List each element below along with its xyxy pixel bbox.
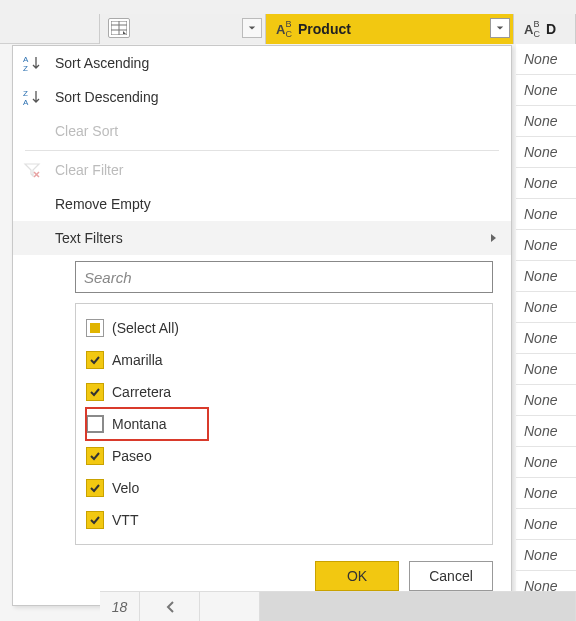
data-cell[interactable]: None — [516, 354, 576, 385]
checkbox-mixed-icon[interactable] — [86, 319, 104, 337]
filter-value-label: Amarilla — [112, 352, 163, 368]
menu-label: Sort Descending — [55, 89, 159, 105]
filter-value-item[interactable]: Velo — [86, 472, 482, 504]
menu-label: Text Filters — [55, 230, 123, 246]
checkbox-checked-icon[interactable] — [86, 479, 104, 497]
sort-ascending-item[interactable]: AZ Sort Ascending — [13, 46, 511, 80]
data-cell[interactable]: None — [516, 416, 576, 447]
filter-value-item[interactable]: Amarilla — [86, 344, 482, 376]
data-cell[interactable]: None — [516, 199, 576, 230]
footer-scrollbar[interactable] — [260, 592, 576, 621]
svg-text:Z: Z — [23, 64, 28, 72]
menu-label: Remove Empty — [55, 196, 151, 212]
svg-text:A: A — [23, 55, 29, 64]
data-cell[interactable]: None — [516, 540, 576, 571]
footer-row-number: 18 — [100, 592, 140, 621]
filter-popup: AZ Sort Ascending ZA Sort Descending Cle… — [12, 45, 512, 606]
text-filters-item[interactable]: Text Filters — [13, 221, 511, 255]
footer-scroll-left[interactable] — [140, 592, 200, 621]
column-dropdown-button[interactable] — [490, 18, 510, 38]
menu-label: Clear Sort — [55, 123, 118, 139]
filter-value-item[interactable]: VTT — [86, 504, 482, 536]
data-cell[interactable]: None — [516, 447, 576, 478]
checkbox-checked-icon[interactable] — [86, 511, 104, 529]
filter-value-label: Velo — [112, 480, 139, 496]
data-cell[interactable]: None — [516, 44, 576, 75]
filter-value-select-all[interactable]: (Select All) — [86, 312, 482, 344]
data-cell[interactable]: None — [516, 75, 576, 106]
filter-value-label: VTT — [112, 512, 138, 528]
data-cell[interactable]: None — [516, 478, 576, 509]
submenu-arrow-icon — [490, 230, 497, 246]
data-cell[interactable]: None — [516, 137, 576, 168]
data-cell[interactable]: None — [516, 230, 576, 261]
filter-value-item[interactable]: Paseo — [86, 440, 482, 472]
cancel-button[interactable]: Cancel — [409, 561, 493, 591]
sort-asc-icon: AZ — [23, 54, 55, 72]
data-cell[interactable]: None — [516, 509, 576, 540]
sort-desc-icon: ZA — [23, 88, 55, 106]
checkbox-checked-icon[interactable] — [86, 351, 104, 369]
menu-separator — [25, 150, 499, 151]
checkbox-checked-icon[interactable] — [86, 447, 104, 465]
data-cell[interactable]: None — [516, 323, 576, 354]
data-cell[interactable]: None — [516, 292, 576, 323]
clear-sort-item: Clear Sort — [13, 114, 511, 148]
menu-label: Clear Filter — [55, 162, 123, 178]
filter-value-item-highlighted[interactable]: Montana — [86, 408, 208, 440]
checkbox-unchecked-icon[interactable] — [86, 415, 104, 433]
clear-filter-item: Clear Filter — [13, 153, 511, 187]
filter-value-item[interactable]: Carretera — [86, 376, 482, 408]
data-cell[interactable]: None — [516, 261, 576, 292]
button-label: OK — [347, 568, 367, 584]
column-label: Product — [296, 21, 351, 37]
footer-spacer — [200, 592, 260, 621]
column-header-product[interactable]: ABC Product — [266, 14, 514, 44]
remove-empty-item[interactable]: Remove Empty — [13, 187, 511, 221]
filter-values-list: (Select All) Amarilla Carretera Montana … — [75, 303, 493, 545]
table-options-icon[interactable] — [108, 18, 130, 38]
button-label: Cancel — [429, 568, 473, 584]
filter-value-label: Montana — [112, 416, 166, 432]
svg-text:A: A — [23, 98, 29, 106]
data-cell[interactable]: None — [516, 106, 576, 137]
visible-data-column: None None None None None None None None … — [516, 44, 576, 621]
clear-filter-icon — [23, 161, 55, 179]
checkbox-checked-icon[interactable] — [86, 383, 104, 401]
filter-value-label: Carretera — [112, 384, 171, 400]
data-cell[interactable]: None — [516, 385, 576, 416]
filter-value-label: (Select All) — [112, 320, 179, 336]
text-type-icon: ABC — [520, 19, 544, 39]
ok-button[interactable]: OK — [315, 561, 399, 591]
rownum-header — [0, 14, 100, 44]
column-dropdown-button[interactable] — [242, 18, 262, 38]
filter-value-label: Paseo — [112, 448, 152, 464]
menu-label: Sort Ascending — [55, 55, 149, 71]
text-type-icon: ABC — [272, 19, 296, 39]
column-header-d[interactable]: ABC D — [514, 14, 576, 44]
svg-text:Z: Z — [23, 89, 28, 98]
sort-descending-item[interactable]: ZA Sort Descending — [13, 80, 511, 114]
data-cell[interactable]: None — [516, 168, 576, 199]
search-input[interactable] — [75, 261, 493, 293]
footer-strip: 18 — [100, 591, 576, 621]
column-header-row: ABC Product ABC D — [0, 0, 576, 44]
column-label: D — [544, 21, 556, 37]
